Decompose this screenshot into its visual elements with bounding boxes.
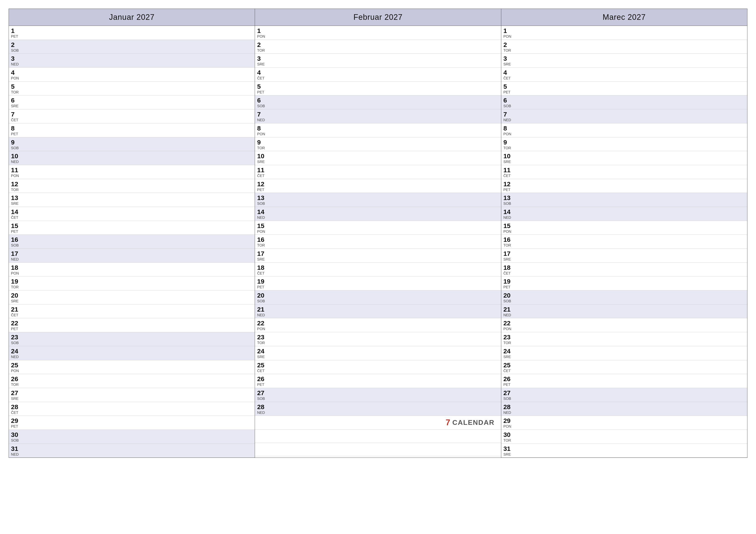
day-row: 23TOR	[255, 332, 501, 346]
day-row: 20SRE	[9, 291, 255, 304]
day-row: 17NED	[9, 249, 255, 263]
day-row: 8PET	[9, 123, 255, 138]
day-number: 30	[11, 431, 26, 438]
day-name: PON	[503, 424, 519, 429]
day-cell: 28ČET	[11, 403, 26, 415]
day-row: 8PON	[255, 123, 501, 138]
day-row: 27SOB	[501, 388, 747, 402]
day-cell: 4ČET	[503, 69, 519, 81]
day-row: 1PON	[501, 26, 747, 40]
day-row: 7NED	[501, 109, 747, 123]
day-cell: 29PON	[503, 417, 519, 429]
day-name: PON	[503, 34, 519, 39]
day-name: PON	[257, 34, 272, 39]
day-cell: 22PET	[11, 319, 26, 331]
day-number: 14	[257, 208, 272, 215]
day-cell: 28NED	[257, 403, 272, 415]
day-number: 8	[257, 125, 272, 132]
day-row: 29PET	[9, 416, 255, 430]
day-name: NED	[257, 215, 272, 220]
day-name: PET	[503, 90, 519, 94]
day-number: 4	[257, 69, 272, 76]
day-row: 28NED	[501, 402, 747, 416]
day-cell: 17NED	[11, 250, 26, 262]
day-number: 28	[503, 403, 519, 410]
day-name: PET	[11, 424, 26, 429]
day-row: 11PON	[9, 165, 255, 179]
day-name: TOR	[257, 48, 272, 53]
month-header-0: Januar 2027	[9, 9, 255, 26]
empty-row	[255, 430, 501, 443]
day-cell: 4ČET	[257, 69, 272, 81]
day-cell: 10NED	[11, 152, 26, 164]
day-cell: 7NED	[503, 111, 519, 122]
day-number: 7	[11, 111, 26, 118]
day-row: 22PON	[501, 318, 747, 332]
day-name: SRE	[503, 355, 519, 359]
day-number: 13	[11, 194, 26, 201]
day-cell: 21NED	[503, 306, 519, 318]
day-number: 26	[503, 375, 519, 382]
day-cell: 24NED	[11, 347, 26, 359]
day-cell: 27SRE	[11, 389, 26, 401]
month-header-1: Februar 2027	[255, 9, 501, 26]
day-number: 29	[503, 417, 519, 424]
day-row: 6SRE	[9, 95, 255, 109]
day-row: 11ČET	[501, 165, 747, 179]
day-name: NED	[11, 257, 26, 262]
day-cell: 19PET	[257, 278, 272, 290]
day-row: 26TOR	[9, 374, 255, 388]
day-name: SRE	[11, 104, 26, 108]
day-row: 10NED	[9, 151, 255, 165]
day-cell: 14NED	[257, 208, 272, 220]
day-cell: 29PET	[11, 417, 26, 429]
day-row: 31SRE	[501, 444, 747, 458]
day-number: 20	[503, 292, 519, 299]
day-cell: 13SOB	[503, 194, 519, 206]
day-name: NED	[503, 313, 519, 318]
day-row: 23SOB	[9, 332, 255, 346]
day-row: 3NED	[9, 54, 255, 67]
day-cell: 19PET	[503, 278, 519, 290]
day-name: PET	[503, 382, 519, 387]
day-name: TOR	[11, 382, 26, 387]
day-name: ČET	[257, 271, 272, 276]
day-name: SOB	[257, 201, 272, 206]
day-row: 26PET	[255, 374, 501, 388]
day-name: PON	[503, 229, 519, 234]
day-name: NED	[11, 62, 26, 66]
day-row: 14NED	[501, 207, 747, 221]
day-name: SOB	[257, 104, 272, 108]
day-cell: 23TOR	[503, 334, 519, 345]
day-row: 10SRE	[501, 151, 747, 165]
day-row: 12PET	[501, 179, 747, 193]
day-number: 21	[503, 306, 519, 313]
day-number: 18	[257, 264, 272, 271]
day-number: 11	[11, 166, 26, 173]
day-number: 22	[503, 319, 519, 327]
day-row: 5PET	[255, 82, 501, 96]
day-number: 5	[257, 83, 272, 90]
day-name: SOB	[257, 299, 272, 303]
day-number: 15	[11, 222, 26, 229]
day-name: ČET	[11, 118, 26, 122]
day-cell: 11ČET	[503, 166, 519, 178]
day-row: 6SOB	[501, 95, 747, 109]
day-number: 14	[11, 208, 26, 215]
day-name: NED	[11, 160, 26, 164]
day-number: 28	[11, 403, 26, 410]
day-number: 28	[257, 403, 272, 410]
day-number: 1	[11, 27, 26, 34]
day-number: 10	[503, 152, 519, 160]
day-row: 24SRE	[255, 346, 501, 360]
day-cell: 3SRE	[503, 55, 519, 66]
day-number: 26	[257, 375, 272, 382]
day-row: 31NED	[9, 444, 255, 458]
day-number: 25	[503, 362, 519, 369]
day-row: 28ČET	[9, 402, 255, 416]
day-name: PET	[257, 188, 272, 192]
day-number: 8	[503, 125, 519, 132]
day-row: 24NED	[9, 346, 255, 360]
day-cell: 26TOR	[11, 375, 26, 387]
day-number: 20	[11, 292, 26, 299]
